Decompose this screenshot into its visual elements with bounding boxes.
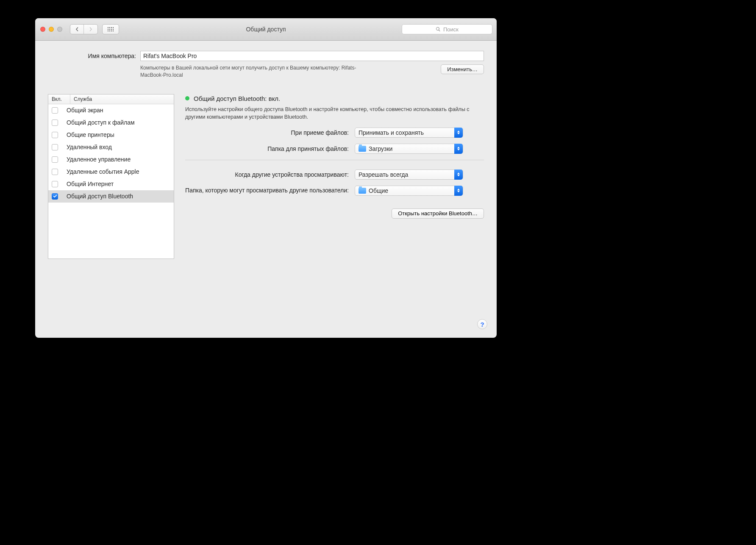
on-browse-row: Когда другие устройства просматривают: Р… [185,170,484,180]
show-all-button[interactable] [102,24,119,34]
service-label: Общий доступ к файлам [67,119,135,126]
browse-folder-value: Общие [369,187,388,194]
status-text: Общий доступ Bluetooth: вкл. [194,95,280,102]
bt-button-row: Открыть настройки Bluetooth… [185,209,484,219]
on-receive-value: Принимать и сохранять [359,129,424,136]
close-button[interactable] [40,27,45,32]
service-label: Общий доступ Bluetooth [67,193,133,200]
grid-icon [108,27,114,31]
folder-icon [359,146,366,152]
service-checkbox[interactable] [52,144,58,150]
browse-folder-row: Папка, которую могут просматривать други… [185,186,484,196]
help-button[interactable]: ? [477,319,487,329]
open-bluetooth-prefs-button[interactable]: Открыть настройки Bluetooth… [392,209,484,219]
minimize-button[interactable] [49,27,54,32]
computer-subrow: Компьютеры в Вашей локальной сети могут … [48,64,484,79]
traffic-lights [40,27,62,32]
service-label: Общий Интернет [67,181,114,187]
service-checkbox[interactable] [52,181,58,187]
service-row[interactable]: Общие принтеры [48,129,174,141]
computer-name-field[interactable] [140,51,484,61]
service-row[interactable]: Общий доступ к файлам [48,117,174,129]
computer-local-text: Компьютеры в Вашей локальной сети могут … [140,64,378,79]
chevron-updown-icon [454,186,463,196]
service-checkbox[interactable] [52,120,58,126]
search-field[interactable]: Поиск [402,24,492,34]
service-label: Общие принтеры [67,131,114,138]
sharing-prefpane-window: Общий доступ Поиск Имя компьютера: Компь… [35,18,497,338]
back-button[interactable] [70,25,84,34]
nav-segmented [70,24,98,34]
on-receive-row: При приеме файлов: Принимать и сохранять [185,128,484,138]
on-browse-popup[interactable]: Разрешать всегда [355,170,463,180]
col-on-header[interactable]: Вкл. [48,95,70,104]
browse-folder-label: Папка, которую могут просматривать други… [185,186,355,194]
forward-button [84,25,97,34]
search-placeholder: Поиск [443,26,459,33]
service-table: Вкл. Служба Общий экранОбщий доступ к фа… [48,94,174,259]
separator [185,160,484,160]
service-label: Удаленное управление [67,156,131,163]
service-description: Используйте настройки общего доступа Blu… [185,106,478,121]
service-label: Удаленный вход [67,144,112,150]
body: Имя компьютера: Компьютеры в Вашей локал… [35,41,497,338]
chevron-updown-icon [454,144,463,154]
detail-panel: Общий доступ Bluetooth: вкл. Используйте… [185,94,484,219]
service-table-header: Вкл. Служба [48,95,174,104]
service-checkbox[interactable] [52,107,58,114]
zoom-button [57,27,62,32]
service-row[interactable]: Удаленный вход [48,141,174,153]
chevron-updown-icon [454,128,463,138]
search-icon [436,27,441,32]
service-checkbox[interactable] [52,132,58,138]
receive-folder-label: Папка для принятых файлов: [185,145,355,153]
status-dot-icon [185,96,189,100]
service-checkbox[interactable] [52,193,58,200]
service-label: Общий экран [67,107,103,114]
computer-name-row: Имя компьютера: [48,51,484,61]
columns: Вкл. Служба Общий экранОбщий доступ к фа… [48,94,484,259]
col-service-header[interactable]: Служба [70,95,174,104]
service-row[interactable]: Удаленные события Apple [48,166,174,178]
status-row: Общий доступ Bluetooth: вкл. [185,95,484,102]
service-rows: Общий экранОбщий доступ к файламОбщие пр… [48,104,174,259]
on-browse-label: Когда другие устройства просматривают: [185,171,355,178]
computer-name-label: Имя компьютера: [48,53,136,59]
edit-hostname-button[interactable]: Изменить… [441,64,484,74]
chevron-updown-icon [454,170,463,180]
service-row[interactable]: Общий Интернет [48,178,174,190]
receive-folder-row: Папка для принятых файлов: Загрузки [185,144,484,154]
service-row[interactable]: Общий экран [48,104,174,117]
on-browse-value: Разрешать всегда [359,171,408,178]
service-checkbox[interactable] [52,169,58,175]
service-label: Удаленные события Apple [67,168,139,175]
service-checkbox[interactable] [52,156,58,163]
receive-folder-popup[interactable]: Загрузки [355,144,463,154]
browse-folder-popup[interactable]: Общие [355,186,463,196]
on-receive-label: При приеме файлов: [185,129,355,136]
titlebar: Общий доступ Поиск [35,18,497,41]
folder-icon [359,188,366,194]
receive-folder-value: Загрузки [369,145,392,152]
on-receive-popup[interactable]: Принимать и сохранять [355,128,463,138]
service-row[interactable]: Общий доступ Bluetooth [48,190,174,203]
service-row[interactable]: Удаленное управление [48,153,174,166]
